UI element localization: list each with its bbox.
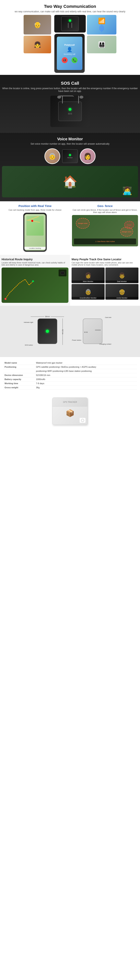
uncle-icon: 👴 — [119, 289, 126, 295]
spec-value-dimension: 52X38X16 mm — [34, 373, 137, 377]
call-avatar: 👤 — [67, 47, 72, 52]
box-brand-text: GPS TRACKER — [63, 401, 77, 403]
spec-key-model: Model name — [3, 361, 34, 365]
bluetooth-icon: 📶 — [98, 18, 105, 24]
spec-value-positioning: GPS satellite positioning+ BeiDou positi… — [34, 365, 137, 369]
section-many-people: Many People Track One Same Locator Can l… — [70, 255, 140, 306]
dim-line-right — [51, 317, 64, 317]
height-label: 52mm — [61, 329, 63, 334]
indicator-light-label: Indicator light — [24, 321, 33, 323]
monitor-item-grandmother: 👵 Grandmother Monitor — [72, 284, 105, 300]
person-young-woman: 👩 — [80, 148, 96, 164]
map-location-pin — [31, 220, 33, 222]
many-people-description: Can login the same locator with many mob… — [72, 262, 138, 266]
antenna-right — [72, 23, 72, 28]
grandmother-label: Grandmother Monitor — [72, 297, 105, 299]
specs-tbody: Model name Waterproof mini gps tracker P… — [3, 361, 137, 390]
contact-1 — [84, 332, 85, 333]
phone-screen: Potatocall 👤 Incoming call 📵 📞 — [57, 37, 82, 70]
charging-contacts-visual — [84, 332, 87, 333]
section-voice: Voice Monitor Set voice monitor number o… — [0, 133, 140, 201]
power-button-label: Power button — [72, 339, 81, 341]
monitor-item-uncle: 👴 Uncle Monitor — [105, 284, 138, 300]
sos-green-led — [69, 108, 71, 111]
section-history: Historical Route Inquiry Locator will ke… — [0, 255, 70, 306]
danger-zone-1: Danger zone — [76, 218, 90, 229]
two-way-left-col: 👴 👧 — [24, 15, 53, 73]
package-box: GPS TRACKER 📦 — [52, 398, 88, 425]
section-two-way: Two Way Communication wo way communicati… — [0, 0, 140, 75]
geofence-alert-text: ⚠ Geo-fence Alert Active — [95, 240, 115, 242]
device-front-view: 38mm 52mm SOS button Indicator light — [28, 312, 67, 351]
geofence-description: Can set circle geo-fence, if the locator… — [72, 209, 138, 213]
two-way-title: Two Way Communication — [2, 4, 138, 9]
monitor-item-dad: 👨 Dad Monitor — [105, 267, 138, 283]
section-package: GPS TRACKER 📦 — [0, 394, 140, 429]
call-label: Incoming call — [64, 53, 75, 55]
charging-contact-label: Charging contact — [100, 343, 111, 345]
card-slot-label: Card slot — [105, 317, 111, 318]
section-specs: Model name Waterproof mini gps tracker P… — [0, 357, 140, 394]
svg-point-1 — [32, 280, 34, 282]
route-svg — [2, 267, 68, 303]
old-man-image: 👴 — [24, 15, 51, 35]
spec-value-model: Waterproof mini gps tracker — [34, 361, 137, 365]
bluetooth-wave-image: 📶 — [87, 15, 116, 35]
device-led-front — [46, 330, 49, 333]
child-image: 👧 — [24, 36, 51, 53]
sos-device-image: SOS — [50, 95, 90, 127]
spec-key-dimension: Device dimension — [3, 373, 34, 377]
accept-call-icon[interactable]: 📞 — [72, 57, 77, 63]
mom-icon: 👩 — [85, 272, 92, 279]
tracker-green-light — [69, 19, 71, 22]
grandmother-icon: 👵 — [85, 289, 92, 295]
sos-description: When the locator is online, long press p… — [2, 87, 138, 92]
sos-image-area: SOS — [2, 95, 138, 127]
card-slot-visual — [95, 330, 101, 331]
monitor-item-mom: 👩 Mom Monitor — [72, 267, 105, 283]
mom-label: Mom Monitor — [72, 280, 105, 282]
wave-1 — [100, 26, 100, 30]
spec-row-working-time: Working time 7-8 days — [3, 382, 137, 385]
dad-label: Dad Monitor — [105, 280, 138, 282]
spec-row-gross-weight: Gross weight 36g — [3, 385, 137, 390]
box-lid: GPS TRACKER — [53, 398, 87, 407]
spec-row-positioning: Positioning GPS satellite positioning+ B… — [3, 365, 137, 369]
position-phone-container: Location tracking — [2, 213, 68, 252]
spec-value-positioning-2: positioning+WIFI positioning+LBS base st… — [34, 369, 137, 373]
spec-row-battery: Battery capacity 1000mAh — [3, 377, 137, 382]
antenna-left — [68, 23, 68, 28]
device-diagram-area: 38mm 52mm SOS button Indicator light — [4, 312, 136, 351]
voice-green-led — [69, 154, 71, 156]
sos-device-body: SOS — [58, 102, 82, 121]
spec-value-working-time: 7-8 days — [34, 382, 137, 385]
monitor-grid: 👩 Mom Monitor 👨 Dad Monitor 👵 Grandmothe… — [72, 267, 138, 300]
spec-row-dimension: Device dimension 52X38X16 mm — [3, 373, 137, 377]
svg-point-0 — [5, 298, 6, 300]
wave-lines — [100, 24, 104, 32]
section-sos: SOS Call When the locator is online, lon… — [0, 75, 140, 133]
danger-zone-label-3: Danger — [127, 224, 132, 226]
sos-button-label: SOS button — [25, 344, 33, 346]
wave-2 — [100, 25, 101, 31]
section-position-geofence: Position with Real Time Can set tracking… — [0, 201, 140, 255]
height-dimension: 52mm — [60, 318, 65, 345]
cable-right — [78, 95, 79, 103]
house-icon: 🏠 — [63, 175, 77, 189]
danger-zone-label-1: Danger zone — [78, 223, 87, 224]
uncle-label: Uncle Monitor — [105, 297, 138, 299]
device-body-back — [83, 318, 103, 344]
history-description: Locator will keep three month historical… — [2, 262, 68, 266]
family-image: 👨‍👩‍👧‍👦 — [87, 36, 116, 53]
voice-title: Voice Monitor — [2, 137, 138, 141]
brand-mark — [80, 418, 85, 423]
wave-5 — [103, 26, 104, 30]
voice-scene-image: 🏠 👩‍💻 — [2, 166, 138, 197]
two-way-subtitle: wo way communication, can make call with… — [2, 10, 138, 13]
device-back-view: Card slot Charging contact Power button — [73, 312, 112, 351]
section-device-diagram: 38mm 52mm SOS button Indicator light — [0, 306, 140, 357]
contact-2 — [86, 332, 87, 333]
reject-call-icon[interactable]: 📵 — [62, 57, 68, 63]
map-bg — [26, 216, 43, 235]
dad-icon: 👨 — [119, 272, 126, 279]
